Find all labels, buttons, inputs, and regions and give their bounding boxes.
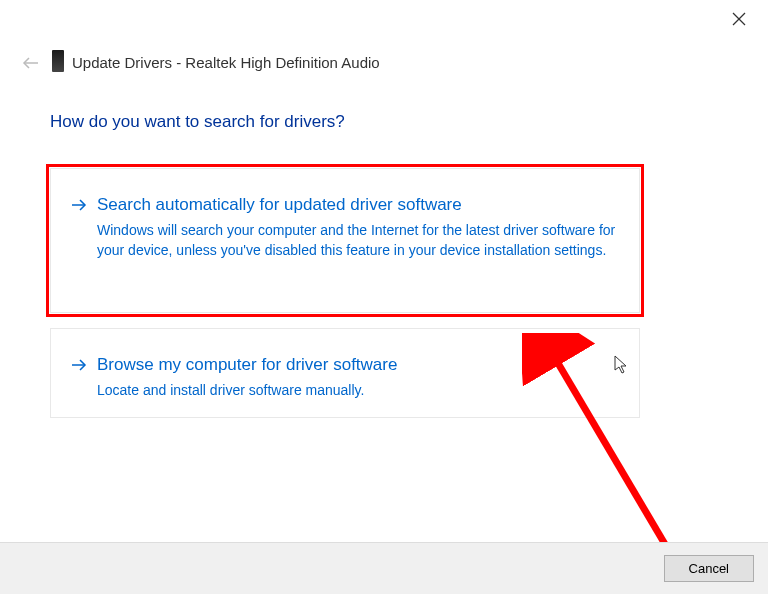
back-arrow-icon [22, 56, 40, 70]
option-search-automatically[interactable]: Search automatically for updated driver … [50, 168, 640, 313]
bottom-bar: Cancel [0, 542, 768, 594]
option-browse-title: Browse my computer for driver software [97, 355, 617, 375]
window-title: Update Drivers - Realtek High Definition… [72, 54, 380, 71]
close-button[interactable] [732, 12, 750, 30]
device-icon [52, 50, 64, 72]
cancel-button[interactable]: Cancel [664, 555, 754, 582]
option-arrow-icon [71, 197, 87, 215]
option-browse-description: Locate and install driver software manua… [97, 381, 617, 401]
option-browse-computer[interactable]: Browse my computer for driver software L… [50, 328, 640, 418]
close-icon [732, 12, 746, 26]
option-auto-description: Windows will search your computer and th… [97, 221, 617, 260]
page-heading: How do you want to search for drivers? [50, 112, 345, 132]
back-button [22, 56, 40, 74]
option-auto-title: Search automatically for updated driver … [97, 195, 617, 215]
option-arrow-icon [71, 357, 87, 375]
